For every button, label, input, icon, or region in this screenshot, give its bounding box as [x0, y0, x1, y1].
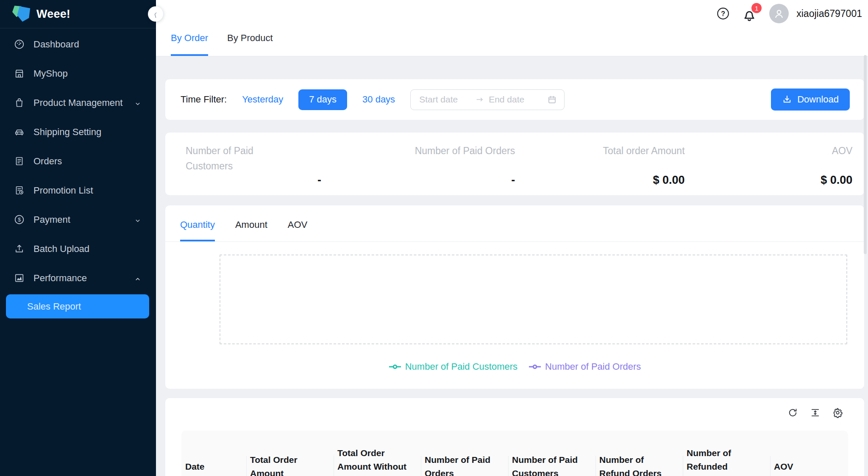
- empty-chart-area: [220, 255, 847, 344]
- svg-text:?: ?: [721, 10, 725, 17]
- date-range-picker[interactable]: [410, 89, 565, 110]
- sidebar-item-label: Batch Upload: [33, 244, 89, 255]
- download-button[interactable]: Download: [771, 89, 850, 111]
- sidebar-item-label: Dashboard: [33, 39, 79, 50]
- stat-label: Number of Paid Orders: [333, 144, 515, 159]
- stat-aov: AOV $ 0.00: [696, 133, 864, 196]
- sidebar-item-label: Performance: [33, 273, 87, 284]
- column-header-aov[interactable]: AOV: [770, 431, 848, 476]
- notifications-bell-icon[interactable]: 1: [741, 5, 758, 22]
- seven-days-filter-button[interactable]: 7 days: [298, 89, 347, 110]
- time-filter-options: Yesterday 7 days 30 days: [242, 89, 565, 110]
- sidebar-item-myshop[interactable]: MyShop: [0, 59, 156, 88]
- sidebar-nav: Dashboard MyShop Product Management Ship…: [0, 28, 156, 318]
- sidebar-item-product-management[interactable]: Product Management: [0, 88, 156, 117]
- sidebar-item-orders[interactable]: Orders: [0, 147, 156, 176]
- column-header-number-of-refunded-customers[interactable]: Number of Refunded Customers: [683, 431, 770, 476]
- sidebar-item-label: Product Management: [33, 97, 122, 108]
- sidebar: Weee! Dashboard MyShop Product Managemen…: [0, 0, 156, 476]
- tab-quantity[interactable]: Quantity: [180, 219, 215, 241]
- brand-name: Weee!: [36, 8, 70, 21]
- stat-paid-customers: Number of Paid Customers -: [165, 133, 333, 196]
- start-date-input[interactable]: [419, 94, 471, 105]
- document-clock-icon: [14, 185, 25, 196]
- tab-aov[interactable]: AOV: [288, 219, 307, 241]
- sidebar-item-payment[interactable]: $ Payment: [0, 205, 156, 234]
- sidebar-item-label: Shipping Setting: [33, 127, 101, 138]
- arrow-right-icon: [475, 95, 484, 104]
- summary-stats-card: Number of Paid Customers - Number of Pai…: [165, 133, 864, 195]
- topbar-right: ? 1 xiaojia6797001: [716, 3, 862, 25]
- storefront-icon: [14, 68, 25, 79]
- topbar: By Order By Product ? 1 xiaojia6797001: [156, 0, 868, 56]
- column-header-total-order-amount-without-tax[interactable]: Total Order Amount Without Tax: [334, 431, 421, 476]
- calendar-icon[interactable]: [547, 94, 557, 105]
- column-header-number-of-paid-customers[interactable]: Number of Paid Customers: [508, 431, 595, 476]
- main-area: By Order By Product ? 1 xiaojia6797001 T…: [156, 0, 868, 476]
- yesterday-filter-button[interactable]: Yesterday: [242, 94, 283, 105]
- legend-paid-customers[interactable]: Number of Paid Customers: [389, 361, 517, 372]
- sidebar-item-label: Promotion List: [33, 185, 93, 196]
- stat-total-order-amount: Total order Amount $ 0.00: [529, 133, 696, 196]
- chart-card: Quantity Amount AOV Number of Paid Custo…: [165, 205, 864, 389]
- download-icon: [782, 94, 792, 105]
- stat-value: -: [333, 174, 515, 187]
- chart-legend: Number of Paid Customers Number of Paid …: [165, 361, 864, 372]
- sidebar-item-sales-report[interactable]: Sales Report: [6, 294, 149, 318]
- chart-metric-tabs: Quantity Amount AOV: [165, 205, 864, 242]
- sidebar-item-promotion-list[interactable]: Promotion List: [0, 176, 156, 205]
- row-height-icon[interactable]: [810, 407, 821, 418]
- stat-paid-orders: Number of Paid Orders -: [333, 133, 529, 196]
- tab-amount[interactable]: Amount: [235, 219, 267, 241]
- table-toolbar: [165, 407, 864, 418]
- sidebar-item-label: Orders: [33, 156, 62, 167]
- legend-line-marker-icon: [529, 364, 541, 369]
- report-type-tabs: By Order By Product: [171, 33, 273, 56]
- legend-paid-orders[interactable]: Number of Paid Orders: [529, 361, 641, 372]
- sidebar-item-label: Payment: [33, 214, 70, 225]
- time-filter-label: Time Filter:: [181, 94, 227, 105]
- username[interactable]: xiaojia6797001: [796, 8, 862, 19]
- content: Time Filter: Yesterday 7 days 30 days: [156, 56, 868, 476]
- stat-value: -: [186, 174, 321, 187]
- dollar-circle-icon: $: [14, 214, 25, 225]
- notification-badge: 1: [751, 3, 762, 13]
- legend-line-marker-icon: [389, 364, 401, 369]
- stat-label: Number of Paid Customers: [186, 144, 285, 174]
- column-header-number-of-paid-orders[interactable]: Number of Paid Orders: [421, 431, 508, 476]
- sidebar-collapse-button[interactable]: [148, 6, 163, 22]
- column-header-number-of-refund-orders[interactable]: Number of Refund Orders: [595, 431, 683, 476]
- dashboard-gauge-icon: [14, 39, 25, 50]
- order-document-icon: [14, 155, 25, 167]
- car-icon: [14, 126, 25, 138]
- end-date-input[interactable]: [489, 94, 540, 105]
- stat-value: $ 0.00: [696, 174, 852, 187]
- sidebar-item-dashboard[interactable]: Dashboard: [0, 30, 156, 59]
- sidebar-item-batch-upload[interactable]: Batch Upload: [0, 234, 156, 263]
- chevron-down-icon: [134, 99, 142, 107]
- stat-value: $ 0.00: [529, 174, 684, 187]
- download-label: Download: [797, 94, 839, 105]
- chevron-down-icon: [134, 216, 142, 224]
- thirty-days-filter-button[interactable]: 30 days: [362, 94, 395, 105]
- weee-logo-icon: [10, 3, 32, 25]
- svg-text:$: $: [18, 216, 21, 223]
- time-filter-card: Time Filter: Yesterday 7 days 30 days: [165, 79, 864, 120]
- column-header-date[interactable]: Date: [181, 431, 246, 476]
- sidebar-item-performance[interactable]: Performance: [0, 263, 156, 293]
- avatar[interactable]: [769, 4, 789, 23]
- refresh-icon[interactable]: [787, 407, 798, 418]
- column-header-total-order-amount[interactable]: Total Order Amount: [246, 431, 334, 476]
- tab-by-product[interactable]: By Product: [227, 33, 273, 56]
- sidebar-item-label: MyShop: [33, 68, 68, 79]
- sidebar-item-shipping-setting[interactable]: Shipping Setting: [0, 117, 156, 147]
- page-scrollbar[interactable]: [864, 55, 867, 254]
- table-header-row: Date Total Order Amount Total Order Amou…: [181, 431, 848, 476]
- tab-by-order[interactable]: By Order: [171, 33, 208, 56]
- settings-gear-icon[interactable]: [832, 407, 843, 418]
- brand-logo[interactable]: Weee!: [0, 0, 156, 28]
- upload-icon: [14, 243, 25, 255]
- help-icon[interactable]: ?: [716, 6, 730, 21]
- area-chart-icon: [14, 272, 25, 284]
- chevron-up-icon: [134, 274, 142, 282]
